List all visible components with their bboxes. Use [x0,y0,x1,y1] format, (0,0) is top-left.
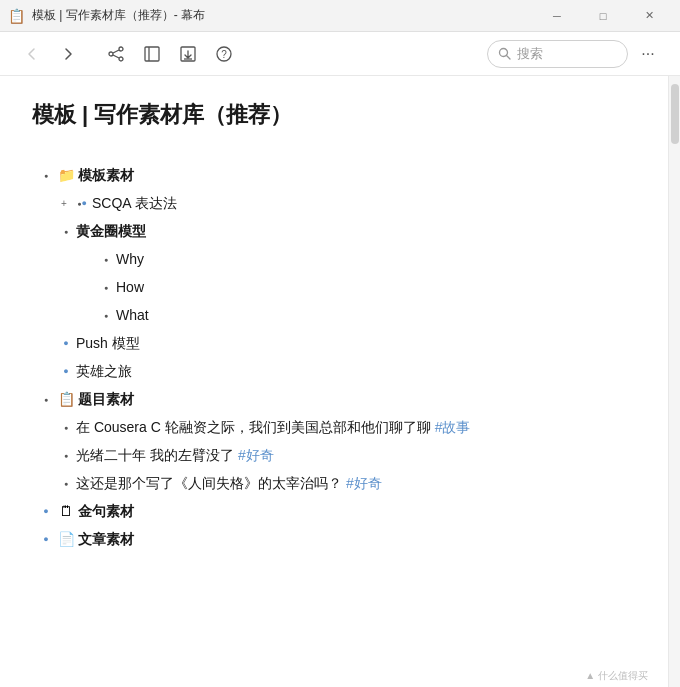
scqa-row[interactable]: + ● SCQA 表达法 [52,190,636,216]
watermark-text: ▲ 什么值得买 [585,670,648,681]
minimize-button[interactable]: ─ [534,0,580,32]
list-item: ● 🗒 金句素材 [32,498,636,524]
bullet-icon [56,221,76,241]
help-button[interactable]: ? [208,38,240,70]
template-material-children: + ● SCQA 表达法 黄金圈模型 [32,190,636,384]
bullet-icon [56,445,76,465]
svg-line-3 [113,50,119,53]
svg-point-0 [119,47,123,51]
search-icon [498,47,511,60]
topic3-row[interactable]: 这还是那个写了《人间失格》的太宰治吗？#好奇 [52,470,636,496]
frame-button[interactable] [136,38,168,70]
circle-bullet-icon: ● [56,361,76,381]
why-row[interactable]: Why [92,246,636,272]
search-input[interactable] [517,46,617,61]
bullet-icon: ● [72,193,92,213]
list-item: ● Push 模型 [52,330,636,356]
bullet-icon [96,249,116,269]
topic1-tag[interactable]: #故事 [435,419,471,435]
hero-journey-row[interactable]: ● 英雄之旅 [52,358,636,384]
topic2-tag[interactable]: #好奇 [238,447,274,463]
article-material-label: 文章素材 [78,529,134,550]
topic-material-row[interactable]: 📋 题目素材 [32,386,636,412]
search-box[interactable] [487,40,628,68]
list-item: 光绪二十年 我的左臂没了#好奇 [52,442,636,468]
push-model-label: Push 模型 [76,333,140,354]
folder-icon: 📁 [56,165,76,185]
titlebar-controls: ─ □ ✕ [534,0,672,32]
bullet-icon [56,473,76,493]
how-label: How [116,277,144,298]
titlebar: 📋 模板 | 写作素材库（推荐）- 幕布 ─ □ ✕ [0,0,680,32]
svg-point-1 [109,52,113,56]
page-title: 模板 | 写作素材库（推荐） [32,100,636,138]
list-item: What [92,302,636,328]
topic2-row[interactable]: 光绪二十年 我的左臂没了#好奇 [52,442,636,468]
list-item: 在 Cousera C 轮融资之际，我们到美国总部和他们聊了聊#故事 [52,414,636,440]
svg-point-2 [119,57,123,61]
what-label: What [116,305,149,326]
app-icon: 📋 [8,8,24,24]
golden-circle-children: Why How [52,246,636,328]
golden-circle-label: 黄金圈模型 [76,221,146,242]
topic3-tag[interactable]: #好奇 [346,475,382,491]
export-button[interactable] [172,38,204,70]
toolbar: ? ··· [0,32,680,76]
template-material-label: 模板素材 [78,165,134,186]
close-button[interactable]: ✕ [626,0,672,32]
forward-button[interactable] [52,38,84,70]
main-area: 模板 | 写作素材库（推荐） 📁 模板素材 + ● SCQA 表达法 [0,76,680,687]
svg-rect-5 [145,47,159,61]
back-button[interactable] [16,38,48,70]
why-label: Why [116,249,144,270]
golden-circle-row[interactable]: 黄金圈模型 [52,218,636,244]
push-model-row[interactable]: ● Push 模型 [52,330,636,356]
scqa-label: SCQA 表达法 [92,193,177,214]
circle-bullet-icon: ● [36,529,56,549]
topic-icon: 📋 [56,389,76,409]
circle-bullet-icon: ● [56,333,76,353]
bullet-icon [36,165,56,185]
bullet-icon [96,277,116,297]
template-material-row[interactable]: 📁 模板素材 [32,162,636,188]
topic2-label: 光绪二十年 我的左臂没了#好奇 [76,445,274,466]
topic3-label: 这还是那个写了《人间失格》的太宰治吗？#好奇 [76,473,382,494]
titlebar-left: 📋 模板 | 写作素材库（推荐）- 幕布 [8,7,205,24]
topic1-label: 在 Cousera C 轮融资之际，我们到美国总部和他们聊了聊#故事 [76,417,471,438]
titlebar-title: 模板 | 写作素材库（推荐）- 幕布 [32,7,205,24]
list-item: 📋 题目素材 在 Cousera C 轮融资之际，我们到美国总部和他们聊了聊#故… [32,386,636,496]
expand-icon[interactable]: + [56,195,72,211]
article-material-row[interactable]: ● 📄 文章素材 [32,526,636,552]
maximize-button[interactable]: □ [580,0,626,32]
list-item: 📁 模板素材 + ● SCQA 表达法 [32,162,636,384]
circle-bullet-icon: ● [36,501,56,521]
watermark: ▲ 什么值得买 [585,669,648,683]
bullet-icon [96,305,116,325]
list-item: ● 📄 文章素材 [32,526,636,552]
how-row[interactable]: How [92,274,636,300]
quote-icon: 🗒 [56,501,76,521]
svg-line-4 [113,55,119,58]
scrollbar-track[interactable] [668,76,680,687]
svg-line-12 [507,56,511,60]
what-row[interactable]: What [92,302,636,328]
bullet-icon [36,389,56,409]
more-icon: ··· [641,45,654,63]
topic-material-label: 题目素材 [78,389,134,410]
list-item: Why [92,246,636,272]
share-button[interactable] [100,38,132,70]
list-item: How [92,274,636,300]
list-item: + ● SCQA 表达法 [52,190,636,216]
article-icon: 📄 [56,529,76,549]
quote-material-label: 金句素材 [78,501,134,522]
topic-material-children: 在 Cousera C 轮融资之际，我们到美国总部和他们聊了聊#故事 光绪二十年… [32,414,636,496]
list-item: 这还是那个写了《人间失格》的太宰治吗？#好奇 [52,470,636,496]
topic1-row[interactable]: 在 Cousera C 轮融资之际，我们到美国总部和他们聊了聊#故事 [52,414,636,440]
list-item: ● 英雄之旅 [52,358,636,384]
scrollbar-thumb[interactable] [671,84,679,144]
hero-journey-label: 英雄之旅 [76,361,132,382]
more-button[interactable]: ··· [632,38,664,70]
svg-text:?: ? [221,49,227,60]
content-pane: 模板 | 写作素材库（推荐） 📁 模板素材 + ● SCQA 表达法 [0,76,668,687]
quote-material-row[interactable]: ● 🗒 金句素材 [32,498,636,524]
